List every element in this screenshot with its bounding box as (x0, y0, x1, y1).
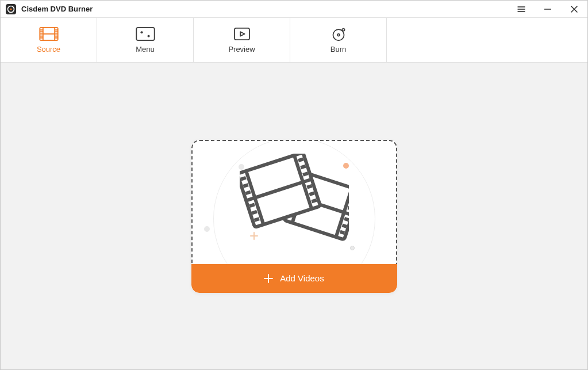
play-screen-icon (232, 26, 252, 41)
film-strips-icon (240, 154, 349, 251)
plus-icon (264, 274, 273, 283)
app-title: Cisdem DVD Burner (21, 5, 93, 13)
disc-flame-icon (329, 26, 348, 41)
svg-marker-25 (240, 32, 244, 36)
drop-zone[interactable]: Add Videos (191, 140, 397, 293)
menu-layout-icon (136, 26, 155, 41)
decor-dot (204, 226, 210, 232)
svg-point-27 (337, 34, 340, 36)
svg-point-2 (10, 8, 11, 10)
film-icon (39, 26, 59, 41)
decor-dot (350, 246, 355, 250)
svg-point-22 (140, 31, 143, 33)
tab-menu[interactable]: Menu (97, 18, 194, 62)
tab-burn[interactable]: Burn (290, 18, 387, 62)
main-content: Add Videos (1, 63, 587, 369)
svg-rect-21 (136, 28, 154, 40)
tab-label: Source (37, 45, 60, 54)
close-button[interactable] (561, 1, 587, 18)
app-logo-icon (5, 3, 17, 15)
app-window: Cisdem DVD Burner (0, 0, 588, 370)
tab-label: Preview (228, 45, 255, 54)
tab-label: Burn (330, 45, 346, 54)
tab-preview[interactable]: Preview (194, 18, 290, 62)
tab-source[interactable]: Source (1, 18, 97, 62)
svg-point-26 (333, 29, 344, 40)
titlebar: Cisdem DVD Burner (1, 1, 587, 18)
drop-zone-illustration (191, 140, 397, 264)
tab-label: Menu (136, 45, 155, 54)
minimize-button[interactable] (535, 1, 561, 18)
add-videos-button[interactable]: Add Videos (191, 264, 397, 293)
add-videos-label: Add Videos (280, 273, 324, 283)
svg-rect-24 (235, 28, 249, 40)
svg-point-23 (147, 35, 149, 37)
tab-row: Source Menu Preview (1, 18, 587, 63)
menu-button[interactable] (508, 1, 535, 18)
